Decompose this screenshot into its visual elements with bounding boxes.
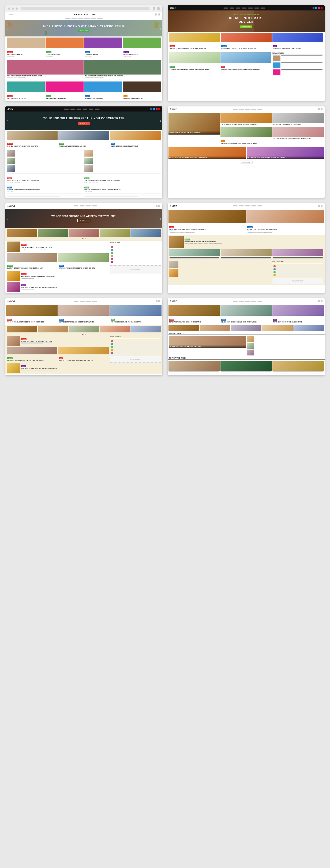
hero-next-arrow[interactable]: ›: [322, 19, 324, 23]
thumb-item[interactable]: TIPS TOP 10 BEST PHOTO HUNT OF ICE RUGBY: [272, 33, 323, 51]
w4-bottom-item[interactable]: WE ALL NEED TO HARD WORK AND GET THE GRE…: [168, 147, 246, 159]
article-row[interactable]: [169, 261, 271, 268]
w5-next-arrow[interactable]: ›: [160, 216, 161, 221]
dot-item[interactable]: [273, 274, 322, 276]
nav-link[interactable]: [245, 205, 250, 207]
w4-bottom-item[interactable]: ENJOY A GREAT VIEW OF FLOWER BEFORE THE …: [247, 147, 324, 159]
dot-item[interactable]: [111, 343, 160, 345]
thumb-item[interactable]: PHOTO OUTDOOR SHOOTING JUNE 5, 2022: [45, 37, 84, 58]
nav-link[interactable]: [233, 205, 238, 207]
dot-item[interactable]: [111, 246, 160, 248]
search-icon[interactable]: [318, 300, 320, 302]
w3-list-item[interactable]: [7, 150, 83, 157]
thumb-item[interactable]: NEWS CITY VIEW CANYON JUNE 8, 2022: [85, 37, 123, 58]
nav-link[interactable]: [251, 301, 256, 302]
nav-link[interactable]: [89, 108, 94, 110]
instagram-icon[interactable]: [318, 7, 320, 9]
nav-link[interactable]: [78, 18, 83, 19]
menu-icon[interactable]: [321, 300, 323, 302]
search-icon[interactable]: [156, 300, 158, 302]
w4-item[interactable]: EVERY PHOTOGRAPHER NEEDS TO SHOOT THIS P…: [221, 113, 272, 127]
thumb-item[interactable]: PHOTO THIS IS MY FAVOURITE RECIPE AND HO…: [58, 131, 109, 148]
nav-link[interactable]: [74, 205, 78, 207]
thumb-item[interactable]: STYLE THIS IS MY FAVOURITE RECIPE: [45, 82, 84, 100]
search-icon[interactable]: [156, 205, 158, 207]
nav-link[interactable]: [257, 301, 262, 302]
grid-icon[interactable]: [158, 300, 160, 302]
nav-link[interactable]: [82, 108, 87, 110]
nav-link[interactable]: [223, 7, 228, 8]
nav-link[interactable]: [254, 7, 259, 8]
popular-post[interactable]: [272, 62, 323, 68]
nav-link[interactable]: [86, 205, 91, 207]
strip-item[interactable]: [38, 326, 68, 332]
w7-item[interactable]: PHOTO EVERY PHOTOGRAPHER NEEDS TO GUIDE …: [7, 347, 57, 363]
dot-item[interactable]: [273, 271, 322, 273]
thumb-item[interactable]: PHOTO YOUR PHONE CAN TAKE THE MOST PHOTO…: [221, 33, 272, 51]
popular-post[interactable]: [272, 69, 323, 75]
slider-dot[interactable]: [83, 238, 85, 239]
popular-post[interactable]: [272, 56, 323, 61]
thumb-item[interactable]: TRAVEL NICE TO TAKE A PHOTO JUNE 2, 2022: [7, 37, 45, 58]
w2-read-more-btn[interactable]: READ MORE: [240, 26, 252, 28]
thumb-item[interactable]: PHOTO GREAT PHOTOS EASY JUNE 10, 2022: [123, 37, 161, 58]
w7-article-bottom[interactable]: PHOTO HAVE A CLOSE TIME WITH THE TOP PHO…: [7, 363, 109, 373]
tow-item[interactable]: [272, 361, 324, 374]
slider-dot[interactable]: [85, 334, 86, 335]
w3-list-item[interactable]: [7, 165, 83, 172]
w3-list-item[interactable]: [85, 158, 161, 164]
strip-item[interactable]: [69, 326, 99, 332]
thumb-item[interactable]: TRAVEL THIS IS A GREAT TOY ENJOY YOUR BE…: [7, 131, 58, 148]
thumb-item[interactable]: TRAVEL THE GREAT THIS FOR ENJOY CITY VIE…: [169, 33, 220, 51]
article-item[interactable]: STYLE EVERY PHOTOGRAPHER NEEDS TO GUIDE …: [58, 253, 109, 270]
nav-link[interactable]: [65, 18, 70, 19]
strip-item[interactable]: [231, 325, 261, 331]
nav-link[interactable]: [251, 109, 256, 110]
w3-bottom-item[interactable]: MUSIC THIS GUITAR SOUND IS SO GOOD AND I…: [85, 175, 161, 183]
twitter-icon[interactable]: [315, 7, 317, 9]
dot-item[interactable]: [111, 255, 160, 257]
nav-link[interactable]: [80, 301, 85, 302]
nav-link[interactable]: [233, 109, 238, 110]
strip-item[interactable]: [200, 325, 230, 331]
dot-item[interactable]: [273, 265, 322, 267]
mini-article[interactable]: [169, 249, 220, 260]
w2-item[interactable]: PHOTO STANDING RIGHT HERE AND SINGING UN…: [169, 52, 220, 71]
nav-link[interactable]: [245, 109, 250, 110]
slider-dot[interactable]: [82, 334, 83, 335]
thumb-item[interactable]: [100, 229, 130, 237]
nav-link[interactable]: [236, 7, 240, 8]
article-row[interactable]: [169, 269, 271, 277]
w3-list-item[interactable]: [85, 150, 161, 157]
nav-link[interactable]: [233, 301, 238, 302]
nav-link[interactable]: [251, 205, 256, 207]
dot-item[interactable]: [111, 261, 160, 263]
ymr-item[interactable]: PEOPLE AND ENJOY THE JOB THAT THEY LOVE: [169, 336, 246, 355]
dot-item[interactable]: [111, 249, 160, 251]
strip-item[interactable]: [7, 326, 37, 332]
nav-link[interactable]: [242, 7, 247, 8]
w3-list-item[interactable]: [7, 158, 83, 164]
thumb-item[interactable]: [7, 229, 37, 237]
dot-item[interactable]: [111, 346, 160, 348]
slider-dot[interactable]: [83, 334, 85, 335]
hero-next-arrow[interactable]: ›: [160, 26, 161, 31]
w6-feature-left[interactable]: PHOTO EVERY PHOTOGRAPHER NEEDS TO SHOOT …: [168, 210, 246, 234]
ymr-item-sm[interactable]: [247, 336, 324, 342]
w5-feature3[interactable]: PHOTO HAVE A CLOSE TIME WITH THE TOP PHO…: [7, 282, 109, 292]
nav-link[interactable]: [257, 109, 262, 110]
w7-top-item[interactable]: PHOTO TOP 10 PHOTOGRAPHER NEEDS TO SHOOT…: [6, 305, 58, 324]
strip-item[interactable]: [168, 325, 199, 331]
facebook-icon[interactable]: [150, 108, 152, 110]
mini-article[interactable]: [221, 249, 272, 260]
strip-item[interactable]: [262, 325, 293, 331]
thumb-item[interactable]: [130, 229, 161, 237]
ymr-item-sm[interactable]: [247, 343, 324, 349]
nav-link[interactable]: [239, 205, 244, 207]
nav-link[interactable]: [74, 301, 78, 302]
dot-item[interactable]: [111, 252, 160, 254]
w8-top-item[interactable]: PHOTO TOP 10 PHOTOGRAPHER NEEDS TO SHOOT…: [168, 305, 220, 324]
w3-prev-arrow[interactable]: ‹: [6, 119, 8, 123]
grid-icon[interactable]: [158, 205, 160, 207]
nav-link[interactable]: [85, 18, 90, 19]
